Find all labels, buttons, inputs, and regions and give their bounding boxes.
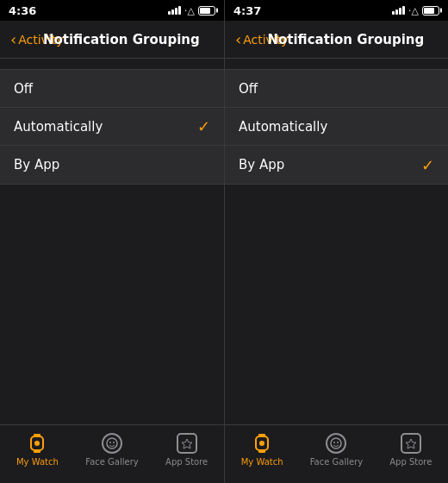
face-gallery-icon-left: [101, 432, 123, 455]
screen-left: 4:36 ⋅△ ‹ Activity Notification Grouping: [0, 0, 224, 483]
tab-my-watch-left[interactable]: My Watch: [0, 432, 75, 467]
svg-point-5: [109, 442, 111, 443]
tab-label-face-gallery-left: Face Gallery: [85, 457, 138, 467]
list-item[interactable]: By App ✓: [225, 146, 448, 184]
nav-title-right: Notification Grouping: [254, 32, 438, 47]
svg-point-12: [333, 442, 335, 443]
status-bar-left: 4:36 ⋅△: [0, 0, 224, 21]
item-label-off-left: Off: [14, 81, 210, 97]
svg-rect-2: [34, 449, 40, 453]
screen-right: 4:37 ⋅△ ‹ Activity Notification Grouping: [224, 0, 448, 483]
list-item[interactable]: Off: [0, 70, 224, 108]
tab-app-store-left[interactable]: App Store: [149, 432, 224, 467]
signal-icon-left: [168, 6, 181, 15]
status-bar-right: 4:37 ⋅△: [225, 0, 448, 21]
battery-icon-right: [422, 6, 439, 16]
tab-bar-right: My Watch Face Gallery: [225, 424, 448, 483]
svg-point-10: [259, 441, 264, 446]
tab-label-app-store-left: App Store: [165, 457, 208, 467]
item-label-byapp-right: By App: [239, 157, 421, 172]
nav-title-left: Notification Grouping: [29, 32, 214, 47]
nav-bar-left: ‹ Activity Notification Grouping: [0, 21, 224, 59]
list-item[interactable]: Automatically: [225, 108, 448, 146]
nav-bar-right: ‹ Activity Notification Grouping: [225, 21, 448, 59]
item-label-byapp-left: By App: [14, 157, 210, 172]
item-label-automatically-right: Automatically: [239, 119, 434, 135]
svg-point-11: [331, 438, 341, 448]
list-item[interactable]: Automatically ✓: [0, 108, 224, 146]
svg-rect-1: [34, 434, 40, 437]
wifi-icon-left: ⋅△: [184, 5, 195, 16]
list-item[interactable]: Off: [225, 70, 448, 108]
svg-rect-8: [258, 434, 265, 437]
tab-label-face-gallery-right: Face Gallery: [310, 457, 363, 467]
chevron-left-icon-right: ‹: [235, 32, 241, 47]
checkmark-byapp-right: ✓: [421, 156, 434, 174]
tab-face-gallery-right[interactable]: Face Gallery: [299, 432, 373, 467]
tab-label-my-watch-right: My Watch: [241, 457, 283, 467]
watch-icon-left: [26, 432, 48, 455]
svg-point-6: [113, 442, 115, 443]
app-store-icon-right: [400, 432, 422, 455]
svg-point-4: [107, 438, 117, 448]
tab-label-app-store-right: App Store: [389, 457, 432, 467]
tab-label-my-watch-left: My Watch: [16, 457, 59, 467]
tab-bar-left: My Watch Face Gallery: [0, 424, 224, 483]
tab-app-store-right[interactable]: App Store: [374, 432, 448, 467]
grouping-list-left: Off Automatically ✓ By App: [0, 69, 224, 185]
chevron-left-icon: ‹: [10, 32, 16, 47]
watch-icon-right: [251, 432, 273, 455]
list-item[interactable]: By App: [0, 146, 224, 184]
status-time-right: 4:37: [233, 4, 261, 17]
status-time-left: 4:36: [9, 4, 36, 17]
svg-rect-9: [258, 449, 265, 453]
battery-icon-left: [198, 6, 215, 16]
app-store-icon-left: [176, 432, 198, 455]
grouping-list-right: Off Automatically By App ✓: [225, 69, 448, 185]
svg-point-3: [34, 441, 40, 446]
status-icons-right: ⋅△: [392, 5, 439, 16]
item-label-off-right: Off: [239, 81, 434, 97]
item-label-automatically-left: Automatically: [14, 119, 197, 135]
status-icons-left: ⋅△: [168, 5, 215, 16]
signal-icon-right: [392, 6, 405, 15]
tab-face-gallery-left[interactable]: Face Gallery: [75, 432, 150, 467]
svg-point-13: [337, 442, 339, 443]
wifi-icon-right: ⋅△: [408, 5, 419, 16]
tab-my-watch-right[interactable]: My Watch: [225, 432, 299, 467]
checkmark-automatically-left: ✓: [197, 117, 210, 135]
face-gallery-icon-right: [325, 432, 347, 455]
